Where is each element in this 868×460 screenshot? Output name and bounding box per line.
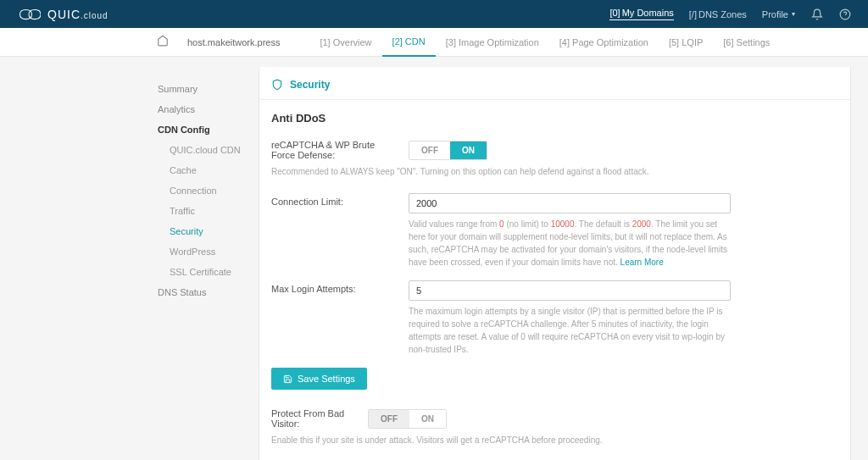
bell-icon[interactable] <box>810 8 823 20</box>
breadcrumb-host: host.makeitwork.press <box>187 37 280 47</box>
protect-bad-on[interactable]: ON <box>409 410 446 428</box>
recaptcha-label: reCAPTCHA & WP Brute Force Defense: <box>271 140 397 160</box>
protect-bad-toggle[interactable]: OFF ON <box>368 409 447 429</box>
brand-text: QUIC.cloud <box>47 8 108 21</box>
chevron-down-icon: ▾ <box>792 10 795 18</box>
protect-bad-label: Protect From Bad Visitor: <box>271 408 356 429</box>
anti-ddos-heading: Anti DDoS <box>271 112 838 125</box>
recaptcha-on[interactable]: ON <box>450 141 487 159</box>
logo-icon <box>17 8 41 21</box>
sidebar-item-cache[interactable]: Cache <box>170 160 259 180</box>
sidebar-item-wordpress[interactable]: WordPress <box>170 241 259 262</box>
section-title: Security <box>290 79 330 91</box>
brand-logo[interactable]: QUIC.cloud <box>17 8 108 21</box>
sidebar-item-cdn-config[interactable]: CDN Config <box>158 119 259 140</box>
max-login-help: The maximum login attempts by a single v… <box>409 305 731 356</box>
sidebar-item-traffic[interactable]: Traffic <box>170 201 259 221</box>
sidebar-item-security[interactable]: Security <box>170 221 259 241</box>
learn-more-link[interactable]: Learn More <box>620 258 664 267</box>
sidebar-item-ssl[interactable]: SSL Certificate <box>170 262 259 282</box>
tab-page-optimization[interactable]: [4] Page Optimization <box>549 29 659 56</box>
max-login-input[interactable] <box>409 280 731 301</box>
max-login-label: Max Login Attempts: <box>271 280 397 356</box>
sidebar-item-analytics[interactable]: Analytics <box>158 99 259 119</box>
conn-limit-help: Valid values range from 0 (no limit) to … <box>409 218 731 269</box>
nav-dns-zones[interactable]: [/] DNS Zones <box>689 9 747 19</box>
tab-settings[interactable]: [6] Settings <box>713 29 780 56</box>
tab-cdn[interactable]: [2] CDN <box>382 28 436 57</box>
sidebar-item-summary[interactable]: Summary <box>158 79 259 99</box>
tab-lqip[interactable]: [5] LQIP <box>659 29 713 56</box>
help-icon[interactable] <box>838 8 851 20</box>
tab-overview[interactable]: [1] Overview <box>309 29 381 56</box>
save-icon <box>283 374 292 384</box>
shield-icon <box>271 79 283 91</box>
sidebar-item-quic-cdn[interactable]: QUIC.cloud CDN <box>170 140 259 160</box>
recaptcha-help: Recommended to ALWAYS keep "ON". Turning… <box>271 165 838 178</box>
conn-limit-input[interactable] <box>409 193 731 213</box>
conn-limit-label: Connection Limit: <box>271 193 397 269</box>
recaptcha-toggle[interactable]: OFF ON <box>409 141 487 160</box>
tab-image-optimization[interactable]: [3] Image Optimization <box>436 29 549 56</box>
protect-bad-off[interactable]: OFF <box>369 410 409 428</box>
protect-bad-help: Enable this if your site is under attack… <box>271 434 838 446</box>
save-settings-button[interactable]: Save Settings <box>271 368 367 390</box>
home-icon[interactable] <box>157 35 169 49</box>
recaptcha-off[interactable]: OFF <box>409 141 450 159</box>
nav-profile[interactable]: Profile▾ <box>762 9 795 19</box>
sidebar-item-connection[interactable]: Connection <box>170 180 259 201</box>
nav-my-domains[interactable]: [0] My Domains <box>609 8 673 20</box>
sidebar-item-dns-status[interactable]: DNS Status <box>158 282 259 302</box>
